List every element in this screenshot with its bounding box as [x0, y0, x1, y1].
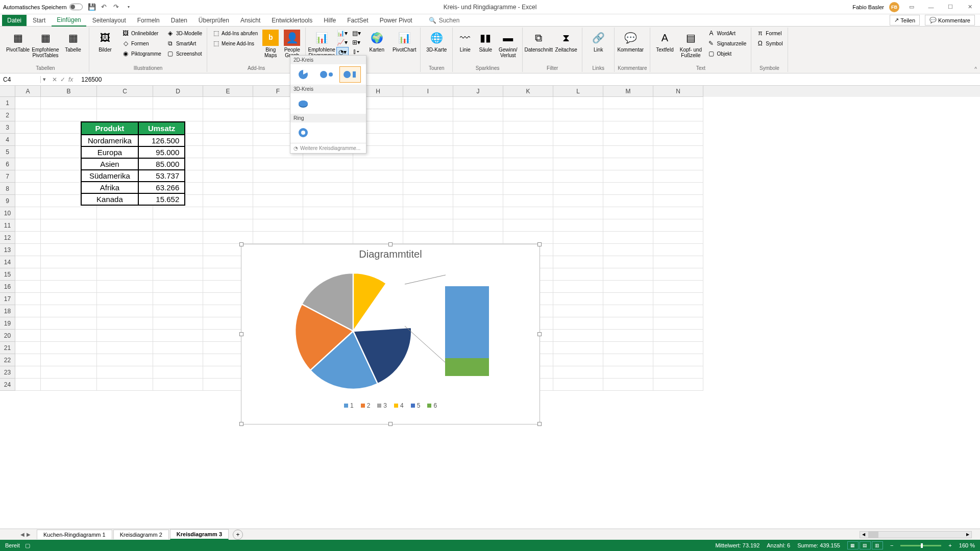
sheet-nav-prev-icon[interactable]: ◀ [20, 532, 24, 537]
pie-2d-option[interactable] [292, 66, 314, 83]
column-header[interactable]: D [153, 86, 203, 97]
smartart-button[interactable]: ⧉SmartArt [165, 39, 204, 48]
formen-button[interactable]: ◇Formen [120, 39, 163, 48]
formula-input[interactable]: 126500 [77, 76, 980, 83]
datenschnitt-button[interactable]: ⧉Datenschnitt [526, 29, 551, 54]
ribbon-options-icon[interactable]: ▭ [904, 2, 919, 12]
kommentar-button[interactable]: 💬Kommentar [618, 29, 643, 54]
more-pie-charts[interactable]: ◔ Weitere Kreisdiagramme... [290, 143, 366, 153]
chart-title[interactable]: Diagrammtitel [241, 244, 540, 262]
table-cell[interactable]: Europa [81, 146, 138, 158]
zoom-out-icon[interactable]: − [890, 542, 893, 548]
pivottable-button[interactable]: ▦PivotTable [5, 29, 31, 54]
row-header[interactable]: 18 [0, 305, 15, 317]
table-cell[interactable]: 95.000 [138, 146, 185, 158]
redo-icon[interactable]: ↷ [112, 3, 120, 11]
tab-ueberpruefen[interactable]: Überprüfen [193, 15, 234, 26]
undo-icon[interactable]: ↶ [100, 3, 108, 11]
addins-abrufen-button[interactable]: ⬚Add-Ins abrufen [210, 29, 259, 38]
sparkline-saule-button[interactable]: ▮▮Säule [476, 29, 495, 54]
table-cell[interactable]: Afrika [81, 182, 138, 193]
zoom-level[interactable]: 160 % [959, 542, 975, 548]
row-header[interactable]: 23 [0, 366, 15, 379]
karten-button[interactable]: 🌍Karten [364, 29, 389, 54]
autosave-toggle[interactable]: Automatisches Speichern [3, 4, 83, 10]
collapse-ribbon-icon[interactable]: ^ [974, 66, 977, 72]
symbol-button[interactable]: ΩSymbol [754, 39, 784, 48]
select-all-corner[interactable] [0, 86, 15, 97]
chart-hier-icon[interactable]: ▤▾ [351, 29, 362, 38]
table-cell[interactable]: 126.500 [138, 135, 185, 146]
view-page-icon[interactable]: ▤ [860, 541, 871, 549]
people-graph-button[interactable]: 👤People Graph [282, 29, 302, 59]
row-header[interactable]: 15 [0, 268, 15, 281]
row-header[interactable]: 4 [0, 134, 15, 146]
empf-diagramme-button[interactable]: 📊Empfohlene Diagramme [309, 29, 334, 59]
row-header[interactable]: 11 [0, 219, 15, 232]
formel-button[interactable]: πFormel [754, 29, 784, 38]
tab-ansicht[interactable]: Ansicht [235, 15, 265, 26]
sheet-tab[interactable]: Kuchen-Ringdiagramm 1 [37, 530, 112, 539]
bilder-button[interactable]: 🖼Bilder [92, 29, 118, 54]
3d-modelle-button[interactable]: ◈3D-Modelle [165, 29, 204, 38]
column-header[interactable]: B [41, 86, 97, 97]
view-normal-icon[interactable]: ▦ [847, 541, 859, 549]
bar-of-pie-option[interactable] [339, 66, 361, 83]
onlinebilder-button[interactable]: 🖼Onlinebilder [120, 29, 163, 38]
row-header[interactable]: 21 [0, 342, 15, 354]
chart-line-icon[interactable]: 📈▾ [336, 38, 349, 47]
close-icon[interactable]: ✕ [963, 2, 977, 12]
zoom-slider[interactable] [900, 545, 941, 546]
column-header[interactable]: A [15, 86, 41, 97]
tab-entwicklertools[interactable]: Entwicklertools [266, 15, 317, 26]
table-cell[interactable]: Asien [81, 158, 138, 170]
tab-seitenlayout[interactable]: Seitenlayout [87, 15, 131, 26]
row-header[interactable]: 6 [0, 158, 15, 170]
minimize-icon[interactable]: — [924, 2, 938, 12]
enter-formula-icon[interactable]: ✓ [60, 76, 65, 83]
pie-of-pie-option[interactable] [316, 66, 337, 83]
view-break-icon[interactable]: ▥ [872, 541, 883, 549]
row-header[interactable]: 24 [0, 379, 15, 391]
tab-start[interactable]: Start [28, 15, 51, 26]
table-button[interactable]: ▦Tabelle [60, 29, 86, 54]
pivotchart-button[interactable]: 📊PivotChart [391, 29, 417, 54]
toggle-switch[interactable] [69, 4, 83, 10]
zoom-in-icon[interactable]: + [948, 542, 951, 548]
row-header[interactable]: 16 [0, 281, 15, 293]
chart-stat-icon[interactable]: ⊞▾ [351, 38, 362, 47]
chart-object[interactable]: Diagrammtitel [241, 244, 540, 424]
tab-factset[interactable]: FactSet [342, 15, 373, 26]
fx-icon[interactable]: fx [68, 76, 73, 83]
bing-maps-button[interactable]: bBing Maps [261, 29, 280, 59]
row-header[interactable]: 20 [0, 330, 15, 342]
name-box[interactable]: C4 [0, 76, 41, 83]
comments-button[interactable]: 💬Kommentare [925, 15, 975, 26]
row-header[interactable]: 1 [0, 97, 15, 109]
pie-3d-option[interactable] [292, 95, 314, 112]
table-cell[interactable]: Nordamerika [81, 135, 138, 146]
column-header[interactable]: M [603, 86, 653, 97]
objekt-button[interactable]: ▢Objekt [705, 49, 748, 58]
row-header[interactable]: 19 [0, 317, 15, 330]
textfeld-button[interactable]: ATextfeld [653, 29, 676, 54]
cancel-formula-icon[interactable]: ✕ [52, 76, 57, 83]
maximize-icon[interactable]: ☐ [943, 2, 958, 12]
tab-einfuegen[interactable]: Einfügen [52, 14, 86, 27]
row-header[interactable]: 5 [0, 146, 15, 158]
chart-legend[interactable]: 1 2 3 4 5 6 [241, 400, 540, 411]
row-header[interactable]: 12 [0, 232, 15, 244]
zeitachse-button[interactable]: ⧗Zeitachse [553, 29, 579, 54]
row-header[interactable]: 9 [0, 195, 15, 207]
signaturzeile-button[interactable]: ✎Signaturzeile [705, 39, 748, 48]
sheet-nav-next-icon[interactable]: ▶ [27, 532, 31, 537]
share-button[interactable]: ↗Teilen [890, 15, 920, 26]
column-header[interactable]: C [97, 86, 153, 97]
row-header[interactable]: 8 [0, 183, 15, 195]
row-header[interactable]: 10 [0, 207, 15, 219]
sheet-tab[interactable]: Kreisdiagramm 2 [113, 530, 169, 539]
row-header[interactable]: 17 [0, 293, 15, 305]
cell-grid[interactable]: Produkt Umsatz Nordamerika126.500 Europa… [15, 97, 980, 391]
wordart-button[interactable]: AWordArt [705, 29, 748, 38]
column-header[interactable]: L [553, 86, 603, 97]
